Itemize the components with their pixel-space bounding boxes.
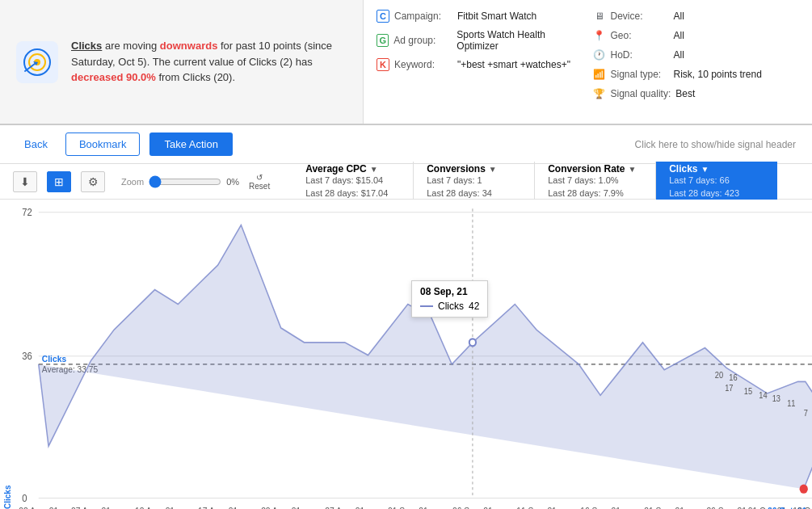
- back-button[interactable]: Back: [16, 133, 56, 155]
- geo-row: 📍 Geo: All: [593, 29, 800, 42]
- metric-chevron-clicks: ▼: [701, 165, 709, 174]
- campaign-label: Campaign:: [394, 11, 452, 22]
- adgroup-label: Ad group:: [393, 35, 452, 46]
- campaign-row: C Campaign: Fitbit Smart Watch: [377, 10, 583, 23]
- signal-quality-value: Best: [675, 88, 695, 99]
- chart-controls: ⬇ ⊞ ⚙ Zoom 0% ↺ Reset Average CPC ▼ Last…: [0, 164, 812, 200]
- adgroup-row: G Ad group: Sports Watch Health Optimize…: [377, 29, 583, 52]
- metric-item-avg-cpc[interactable]: Average CPC ▼ Last 7 days: $15.04 Last 2…: [292, 162, 414, 201]
- chart-svg: 72 36 0 Clicks Average: 33.75 02 Aug, 21…: [15, 200, 812, 509]
- metric-item-conversions[interactable]: Conversions ▼ Last 7 days: 1 Last 28 day…: [414, 162, 535, 201]
- clicks-link[interactable]: Clicks: [71, 40, 102, 52]
- svg-text:02 Aug, 21: 02 Aug, 21: [19, 505, 58, 509]
- svg-text:15: 15: [744, 387, 752, 396]
- svg-text:14: 14: [759, 390, 768, 399]
- svg-text:0: 0: [22, 492, 27, 504]
- grid-view-button[interactable]: ⊞: [47, 171, 71, 192]
- reset-button[interactable]: ↺ Reset: [249, 173, 270, 191]
- svg-text:01 Sep, 21: 01 Sep, 21: [388, 505, 428, 509]
- zoom-pct: 0%: [226, 177, 239, 187]
- svg-text:27 Aug, 21: 27 Aug, 21: [325, 505, 364, 509]
- svg-text:7: 7: [804, 409, 808, 418]
- svg-text:21 Sep, 21: 21 Sep, 21: [644, 505, 684, 509]
- top-section: Clicks are moving downwards for past 10 …: [0, 0, 812, 125]
- hod-value: All: [674, 49, 684, 61]
- geo-label: Geo:: [611, 30, 669, 41]
- signal-type-value: Risk, 10 points trend: [674, 69, 762, 80]
- settings-button[interactable]: ⚙: [81, 171, 105, 192]
- metric-chevron-conversions: ▼: [489, 165, 497, 174]
- svg-text:17 Aug, 21: 17 Aug, 21: [198, 505, 238, 509]
- svg-text:17: 17: [725, 383, 733, 392]
- metric-chevron-avg-cpc: ▼: [370, 165, 378, 174]
- metric-label-conversion-rate: Conversion Rate: [548, 163, 625, 175]
- geo-icon: 📍: [593, 29, 606, 42]
- svg-text:06 Sep, 21: 06 Sep, 21: [452, 505, 493, 509]
- hod-label: HoD:: [611, 49, 669, 61]
- alert-icon: [16, 41, 58, 83]
- metric-last7-conversion-rate: Last 7 days: 1.0%: [548, 175, 642, 187]
- zoom-label: Zoom: [121, 177, 144, 187]
- info-col-left: C Campaign: Fitbit Smart Watch G Ad grou…: [377, 10, 583, 114]
- signal-type-label: Signal type:: [611, 69, 669, 80]
- metric-last28-conversion-rate: Last 28 days: 7.9%: [548, 187, 642, 200]
- campaign-value: Fitbit Smart Watch: [457, 11, 536, 22]
- metric-last7-avg-cpc: Last 7 days: $15.04: [305, 175, 400, 187]
- device-value: All: [674, 11, 684, 22]
- metric-item-conversion-rate[interactable]: Conversion Rate ▼ Last 7 days: 1.0% Last…: [535, 162, 656, 201]
- alert-text-end: from Clicks (20).: [156, 71, 235, 83]
- svg-text:12 Aug, 21: 12 Aug, 21: [135, 505, 175, 509]
- metric-last28-clicks: Last 28 days: 423: [669, 187, 764, 200]
- svg-text:20: 20: [715, 370, 724, 379]
- hod-icon: 🕐: [593, 48, 606, 61]
- metric-last28-conversions: Last 28 days: 34: [427, 187, 521, 200]
- svg-text:13 Oct, 21: 13 Oct, 21: [793, 505, 812, 509]
- target-icon: [22, 47, 53, 78]
- action-bar: Back Bookmark Take Action Click here to …: [0, 125, 812, 164]
- zoom-slider[interactable]: [149, 175, 221, 188]
- signal-quality-icon: 🏆: [593, 87, 606, 100]
- adgroup-value: Sports Watch Health Optimizer: [456, 29, 583, 52]
- metric-item-clicks[interactable]: Clicks ▼ Last 7 days: 66 Last 28 days: 4…: [656, 162, 777, 201]
- reset-label: Reset: [249, 182, 270, 191]
- take-action-button[interactable]: Take Action: [149, 133, 233, 156]
- alert-text: Clicks are moving downwards for past 10 …: [71, 38, 347, 86]
- downwards-text: downwards: [160, 40, 218, 52]
- metric-last7-conversions: Last 7 days: 1: [427, 175, 521, 187]
- bookmark-button[interactable]: Bookmark: [65, 133, 141, 156]
- metric-label-conversions: Conversions: [427, 163, 486, 175]
- signal-type-icon: 📶: [593, 68, 606, 81]
- keyword-row: K Keyword: "+best +smart +watches+": [377, 58, 583, 71]
- info-col-right: 🖥 Device: All 📍 Geo: All 🕐 HoD: All 📶 Si…: [583, 10, 800, 114]
- hint-text[interactable]: Click here to show/hide signal header: [635, 139, 796, 150]
- info-panel: C Campaign: Fitbit Smart Watch G Ad grou…: [364, 0, 812, 124]
- svg-text:36: 36: [22, 351, 32, 363]
- keyword-value: "+best +smart +watches+": [457, 59, 570, 70]
- download-button[interactable]: ⬇: [13, 171, 37, 192]
- c-icon: C: [377, 10, 389, 23]
- svg-text:11: 11: [787, 398, 795, 407]
- metrics-row: Average CPC ▼ Last 7 days: $15.04 Last 2…: [292, 162, 799, 201]
- svg-text:Clicks: Clicks: [42, 353, 66, 364]
- y-axis-label: Clicks: [0, 200, 15, 509]
- metric-chevron-conversion-rate: ▼: [629, 165, 637, 174]
- chart-area: Clicks 72 36 0 Clicks Average: 33.75 02: [0, 200, 812, 509]
- signal-type-row: 📶 Signal type: Risk, 10 points trend: [593, 68, 800, 81]
- k-icon: K: [377, 58, 389, 71]
- svg-text:16 Sep, 21: 16 Sep, 21: [580, 505, 621, 509]
- svg-point-15: [469, 339, 476, 346]
- signal-quality-row: 🏆 Signal quality: Best: [593, 87, 800, 100]
- keyword-label: Keyword:: [394, 59, 452, 70]
- geo-value: All: [674, 30, 684, 41]
- metric-last7-clicks: Last 7 days: 66: [669, 175, 764, 187]
- svg-text:26 Sep, 21: 26 Sep, 21: [706, 505, 747, 509]
- alert-box: Clicks are moving downwards for past 10 …: [0, 0, 364, 124]
- svg-text:16: 16: [729, 373, 737, 382]
- svg-text:11 Sep, 21: 11 Sep, 21: [516, 505, 557, 509]
- svg-text:72: 72: [22, 207, 32, 219]
- reset-icon: ↺: [256, 173, 263, 182]
- metric-last28-avg-cpc: Last 28 days: $17.04: [305, 187, 400, 200]
- device-label: Device:: [611, 11, 669, 22]
- zoom-section: Zoom 0%: [121, 175, 239, 188]
- chart-inner: 72 36 0 Clicks Average: 33.75 02 Aug, 21…: [15, 200, 812, 509]
